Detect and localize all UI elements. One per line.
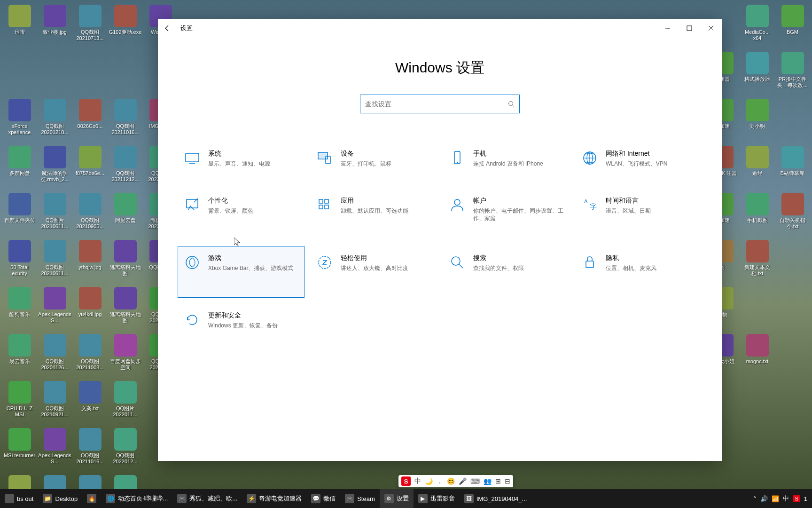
desktop-icon[interactable]: 逃离塔科夫地图 <box>108 237 143 284</box>
desktop-icon[interactable]: 新建文本文档.txt <box>740 237 775 284</box>
file-icon <box>44 428 66 451</box>
taskbar-item[interactable]: 🔥 <box>82 489 101 508</box>
minimize-button[interactable] <box>657 19 679 38</box>
desktop-icon[interactable]: 浏小明 <box>740 96 775 143</box>
desktop-icon[interactable]: 阿里云盘 <box>108 190 143 237</box>
taskbar-item[interactable]: ▶迅雷影音 <box>414 489 460 508</box>
desktop-icon[interactable]: BGM <box>775 2 810 49</box>
taskbar-item[interactable]: bs out <box>0 489 38 508</box>
tray-volume-icon[interactable]: 🔊 <box>760 495 768 502</box>
ime-toolbar[interactable]: S 中 🌙 ， 😊 🎤 ⌨ 👥 ⊞ ⊟ <box>398 475 513 487</box>
desktop-icon[interactable]: ythqjw.jpg <box>72 237 108 284</box>
settings-tile-accounts[interactable]: 帐户 你的帐户、电子邮件、同步设置、工作、家庭 <box>443 189 570 240</box>
close-button[interactable] <box>700 19 722 38</box>
ime-icon[interactable]: ， <box>437 477 443 485</box>
desktop-icon[interactable]: B站弹幕库 <box>775 143 810 190</box>
desktop-icon[interactable]: 文案.txt <box>72 378 108 425</box>
desktop-icon[interactable]: 魔法师的学徒.rmvb_2... <box>37 143 72 190</box>
desktop-icon[interactable]: QQ截图20210905... <box>72 190 108 237</box>
taskbar-item[interactable]: ⚡奇游电竞加速器 <box>242 489 306 508</box>
maximize-button[interactable] <box>679 19 700 38</box>
settings-tile-apps[interactable]: 应用 卸载、默认应用、可选功能 <box>310 189 437 240</box>
desktop-icon[interactable]: 50 Total ecurity <box>2 237 37 284</box>
back-button[interactable] <box>158 19 177 38</box>
taskbar-item[interactable]: 💬微信 <box>306 489 340 508</box>
desktop-icon[interactable]: Apex Legends S... <box>37 425 72 472</box>
settings-tile-devices[interactable]: 设备 蓝牙、打印机、鼠标 <box>310 142 437 183</box>
svg-point-22 <box>186 256 198 269</box>
settings-tile-system[interactable]: 系统 显示、声音、通知、电源 <box>178 142 304 183</box>
settings-tile-gaming[interactable]: 游戏 Xbox Game Bar、捕获、游戏模式 <box>178 246 304 298</box>
desktop-icon[interactable]: 多度网盘 <box>2 143 37 190</box>
tray-network-icon[interactable]: 📶 <box>772 495 779 502</box>
search-box[interactable] <box>360 95 520 113</box>
icon-label: QQ截图20201210... <box>38 123 72 135</box>
desktop-icon[interactable]: MediaCo... x64 <box>740 2 775 49</box>
desktop-icon[interactable]: 百度网盘同步空间 <box>108 331 143 378</box>
settings-tile-network[interactable]: 网络和 Internet WLAN、飞行模式、VPN <box>575 142 702 183</box>
desktop-icon[interactable]: CPUID U-Z MSI <box>2 378 37 425</box>
desktop-icon[interactable]: QQ截图20201126... <box>37 331 72 378</box>
taskbar-item[interactable]: 🌐动态首页-哔哩哔... <box>101 489 172 508</box>
settings-tile-phone[interactable]: 手机 连接 Android 设备和 iPhone <box>443 142 570 183</box>
desktop-icon[interactable]: 手机截图 <box>740 190 775 237</box>
desktop-icon[interactable]: 迅雷 <box>2 2 37 49</box>
taskbar-item[interactable]: ⚙设置 <box>380 489 414 508</box>
desktop-icon[interactable]: QQ图片20210611... <box>37 190 72 237</box>
settings-tile-ease[interactable]: 轻松使用 讲述人、放大镜、高对比度 <box>310 246 437 298</box>
desktop-icon[interactable]: QQ截图2022012... <box>108 425 143 472</box>
desktop-icon[interactable]: eForce xperience <box>2 96 37 143</box>
desktop-icon[interactable]: PR接中文件夹，每次改... <box>775 49 810 96</box>
desktop-icon[interactable]: 0026Co6... <box>72 96 108 143</box>
desktop-icon[interactable]: 易云音乐 <box>2 331 37 378</box>
ime-icon[interactable]: ⌨ <box>470 477 480 485</box>
ime-icon[interactable]: 😊 <box>447 477 455 485</box>
desktop-icon[interactable]: QQ截图20211016... <box>72 425 108 472</box>
file-icon <box>79 146 102 168</box>
search-input[interactable] <box>365 100 508 108</box>
desktop-icon[interactable]: 格式播放器 <box>740 49 775 96</box>
desktop-icon[interactable]: QQ图片2022011... <box>108 378 143 425</box>
ime-icon[interactable]: 🎤 <box>459 477 467 485</box>
desktop-icon[interactable]: QQ截图20210611... <box>37 237 72 284</box>
taskbar-item[interactable]: 🎮秀狐、减肥、欧... <box>172 489 242 508</box>
tray-sogou-icon[interactable]: S <box>793 495 800 502</box>
desktop-icon[interactable]: G102驱动.exe <box>108 2 143 49</box>
tray-clock[interactable]: 1 <box>804 495 807 502</box>
desktop-icon[interactable]: 自动关机指令.txt <box>775 190 810 237</box>
desktop-icon[interactable]: QQ截图20211016... <box>108 96 143 143</box>
desktop-icon[interactable]: mognc.txt <box>740 331 775 378</box>
desktop-icon[interactable]: Apex Legends S... <box>37 284 72 331</box>
taskbar-app-icon: 🎮 <box>177 494 187 503</box>
ime-icon[interactable]: 👥 <box>484 477 492 485</box>
settings-tile-time[interactable]: A字 时间和语言 语音、区域、日期 <box>575 189 702 240</box>
desktop-icon[interactable]: 致业楼.jpg <box>37 2 72 49</box>
tray-expand-icon[interactable]: ˄ <box>753 495 757 502</box>
taskbar-item[interactable]: 🖼IMG_20190404_... <box>460 489 532 508</box>
desktop-icon[interactable]: QQ截图20210713... <box>72 2 108 49</box>
desktop-icon[interactable]: MSI terburner <box>2 425 37 472</box>
desktop-icon[interactable]: 道经 <box>740 143 775 190</box>
desktop-icon[interactable]: QQ截图20201210... <box>37 96 72 143</box>
desktop-icon[interactable]: f8757be6e... <box>72 143 108 190</box>
ime-icon[interactable]: 🌙 <box>425 477 433 485</box>
desktop-icon[interactable]: 百度文件夹传 <box>2 190 37 237</box>
ime-icon[interactable]: ⊟ <box>505 477 510 485</box>
desktop-icon[interactable]: yu4kdl.jpg <box>72 284 108 331</box>
settings-tile-privacy[interactable]: 隐私 位置、相机、麦克风 <box>575 246 702 298</box>
tray-ime-icon[interactable]: 中 <box>783 494 789 503</box>
desktop-icon[interactable]: QQ截图20211008... <box>72 331 108 378</box>
tile-desc: 连接 Android 设备和 iPhone <box>473 160 563 167</box>
taskbar-item[interactable]: 📁Desktop <box>38 489 82 508</box>
ime-icon[interactable]: ⊞ <box>495 477 501 485</box>
desktop-icon[interactable]: QQ截图20211212... <box>108 143 143 190</box>
ime-mode[interactable]: 中 <box>414 477 421 485</box>
desktop-icon[interactable]: QQ截图20210921... <box>37 378 72 425</box>
desktop-icon[interactable]: 逃离塔科夫地图 <box>108 284 143 331</box>
desktop-icon[interactable]: 酷狗音乐 <box>2 284 37 331</box>
ime-logo-icon[interactable]: S <box>401 476 411 486</box>
settings-tile-personalize[interactable]: 个性化 背景、锁屏、颜色 <box>178 189 304 240</box>
taskbar-item[interactable]: 🎮Steam <box>340 489 380 508</box>
settings-tile-search[interactable]: 搜索 查找我的文件、权限 <box>443 246 570 298</box>
settings-tile-update[interactable]: 更新和安全 Windows 更新、恢复、备份 <box>178 303 304 345</box>
